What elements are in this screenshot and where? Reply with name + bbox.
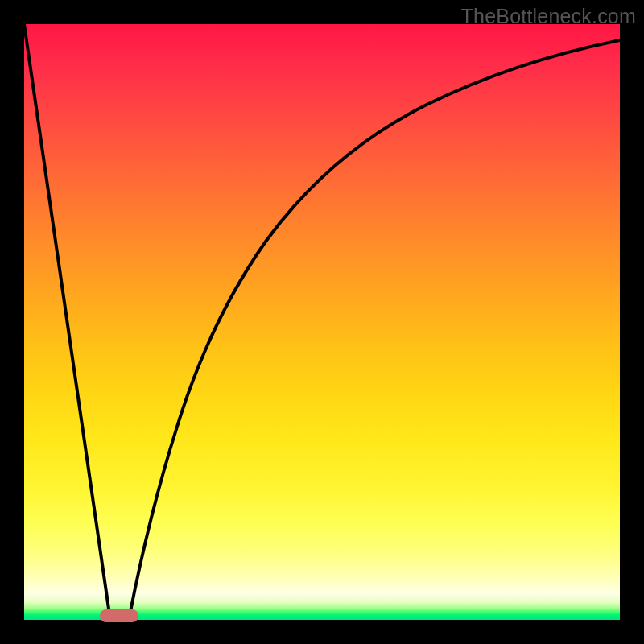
chart-curves <box>24 24 620 620</box>
left-branch-curve <box>24 24 110 620</box>
bottleneck-marker <box>100 609 138 622</box>
watermark-text: TheBottleneck.com <box>461 5 636 28</box>
right-branch-curve <box>129 40 620 620</box>
chart-frame: TheBottleneck.com <box>0 0 644 644</box>
plot-area <box>24 24 620 620</box>
